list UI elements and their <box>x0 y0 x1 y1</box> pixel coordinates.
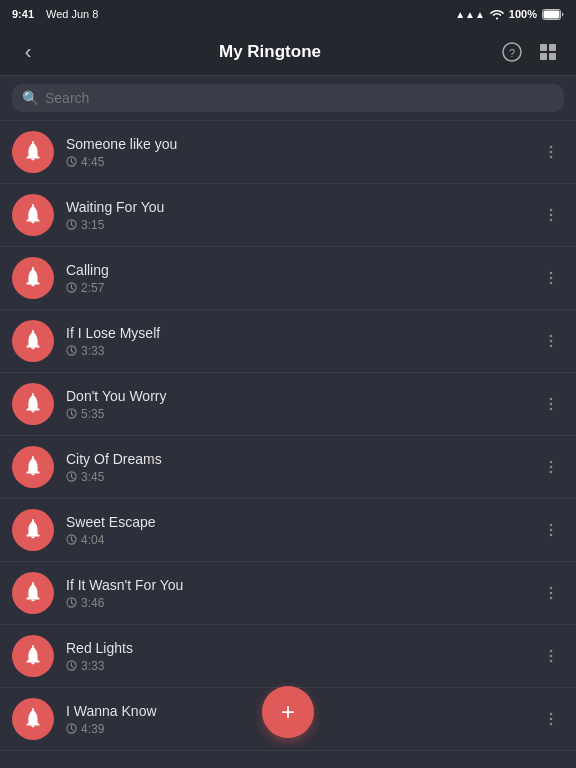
song-title: Don't You Worry <box>66 388 526 404</box>
more-options-button[interactable] <box>538 265 564 291</box>
song-avatar <box>12 698 54 740</box>
more-options-button[interactable] <box>538 139 564 165</box>
battery-icon <box>542 9 564 20</box>
svg-point-50 <box>550 650 553 653</box>
song-avatar <box>12 635 54 677</box>
svg-point-27 <box>550 345 553 348</box>
song-avatar <box>12 572 54 614</box>
song-title: Waiting For You <box>66 199 526 215</box>
add-icon: + <box>281 700 295 724</box>
song-info: Red Lights 3:33 <box>66 640 526 673</box>
bell-icon <box>22 519 44 541</box>
clock-icon <box>66 345 77 356</box>
back-button[interactable]: ‹ <box>12 36 44 68</box>
svg-point-35 <box>550 461 553 464</box>
bell-icon <box>22 330 44 352</box>
grid-button[interactable] <box>532 36 564 68</box>
song-info: City Of Dreams 3:45 <box>66 451 526 484</box>
song-title: If I Lose Myself <box>66 325 526 341</box>
songs-list: Someone like you 4:45 <box>0 121 576 761</box>
help-button[interactable]: ? <box>496 36 528 68</box>
more-options-button[interactable] <box>538 454 564 480</box>
wifi-icon <box>490 9 504 20</box>
song-duration: 3:33 <box>66 659 526 673</box>
more-options-button[interactable] <box>538 580 564 606</box>
list-item[interactable]: Sweet Escape 4:04 <box>0 499 576 562</box>
song-title: City Of Dreams <box>66 451 526 467</box>
song-avatar <box>12 320 54 362</box>
song-info: If It Wasn't For You 3:46 <box>66 577 526 610</box>
svg-point-46 <box>550 592 553 595</box>
more-options-button[interactable] <box>538 706 564 732</box>
svg-point-31 <box>550 403 553 406</box>
clock-icon <box>66 282 77 293</box>
list-item[interactable]: If It Wasn't For You 3:46 <box>0 562 576 625</box>
svg-point-26 <box>550 340 553 343</box>
svg-point-12 <box>550 156 553 159</box>
list-item[interactable]: Red Lights 3:33 <box>0 625 576 688</box>
clock-icon <box>66 219 77 230</box>
song-title: Someone like you <box>66 136 526 152</box>
svg-rect-8 <box>32 141 34 143</box>
bell-icon <box>22 708 44 730</box>
song-avatar <box>12 194 54 236</box>
song-duration: 3:46 <box>66 596 526 610</box>
svg-rect-23 <box>32 330 34 332</box>
bell-icon <box>22 141 44 163</box>
clock-icon <box>66 723 77 734</box>
more-options-button[interactable] <box>538 517 564 543</box>
song-title: Sweet Escape <box>66 514 526 530</box>
list-item[interactable]: Don't You Worry 5:35 <box>0 373 576 436</box>
svg-point-16 <box>550 214 553 217</box>
battery-status: 100% <box>509 8 537 20</box>
bell-icon <box>22 645 44 667</box>
svg-rect-48 <box>32 645 34 647</box>
list-item[interactable]: City Of Dreams 3:45 <box>0 436 576 499</box>
list-item[interactable]: Waiting For You 3:15 <box>0 184 576 247</box>
more-options-button[interactable] <box>538 328 564 354</box>
more-options-button[interactable] <box>538 202 564 228</box>
bell-icon <box>22 393 44 415</box>
list-item[interactable]: Someone like you 4:45 <box>0 121 576 184</box>
add-ringtone-button[interactable]: + <box>262 686 314 738</box>
song-duration: 3:33 <box>66 344 526 358</box>
song-duration: 4:45 <box>66 155 526 169</box>
svg-point-55 <box>550 713 553 716</box>
svg-point-57 <box>550 723 553 726</box>
signal-icon: ▲▲▲ <box>455 9 485 20</box>
song-duration: 2:57 <box>66 281 526 295</box>
song-info: Someone like you 4:45 <box>66 136 526 169</box>
song-info: Sweet Escape 4:04 <box>66 514 526 547</box>
svg-point-40 <box>550 524 553 527</box>
svg-point-25 <box>550 335 553 338</box>
song-title: If It Wasn't For You <box>66 577 526 593</box>
song-duration: 5:35 <box>66 407 526 421</box>
svg-text:?: ? <box>509 47 515 59</box>
bell-icon <box>22 267 44 289</box>
svg-rect-7 <box>549 53 556 60</box>
svg-point-47 <box>550 597 553 600</box>
page-title: My Ringtone <box>44 42 496 62</box>
search-input[interactable] <box>45 90 554 106</box>
clock-icon <box>66 471 77 482</box>
song-duration: 3:45 <box>66 470 526 484</box>
svg-point-42 <box>550 534 553 537</box>
svg-rect-33 <box>32 456 34 458</box>
song-info: Waiting For You 3:15 <box>66 199 526 232</box>
svg-point-10 <box>550 146 553 149</box>
svg-rect-1 <box>544 10 560 18</box>
svg-point-41 <box>550 529 553 532</box>
svg-point-36 <box>550 466 553 469</box>
list-item[interactable]: Calling 2:57 <box>0 247 576 310</box>
svg-point-17 <box>550 219 553 222</box>
more-options-button[interactable] <box>538 391 564 417</box>
svg-point-30 <box>550 398 553 401</box>
status-right: ▲▲▲ 100% <box>455 8 564 20</box>
song-avatar <box>12 131 54 173</box>
svg-rect-43 <box>32 582 34 584</box>
song-info: Calling 2:57 <box>66 262 526 295</box>
song-avatar <box>12 383 54 425</box>
more-options-button[interactable] <box>538 643 564 669</box>
list-item[interactable]: If I Lose Myself 3:33 <box>0 310 576 373</box>
song-duration: 3:15 <box>66 218 526 232</box>
